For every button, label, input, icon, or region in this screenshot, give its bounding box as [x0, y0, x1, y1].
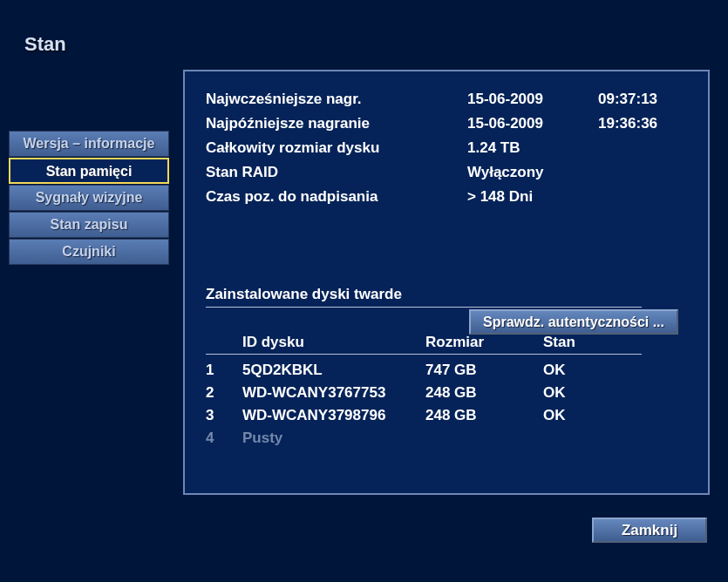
info-row-total-size: Całkowity rozmiar dysku 1.24 TB	[206, 139, 691, 157]
info-label: Najpóźniejsze nagranie	[206, 115, 467, 132]
disk-row: 3 WD-WCANY3798796 248 GB OK	[206, 407, 642, 424]
disk-row: 2 WD-WCANY3767753 248 GB OK	[206, 384, 642, 402]
info-value: Wyłączony	[467, 164, 598, 181]
page-title: Stan	[24, 33, 66, 56]
disk-cell-num: 1	[206, 362, 242, 379]
disk-header-row: ID dysku Rozmiar Stan	[206, 334, 642, 355]
sidebar-item-version[interactable]: Wersja – informacje	[9, 131, 169, 157]
disk-cell-id: WD-WCANY3798796	[242, 407, 425, 424]
info-row-latest: Najpóźniejsze nagranie 15-06-2009 19:36:…	[206, 115, 691, 132]
disk-cell-status: OK	[543, 362, 630, 379]
disk-cell-size: 248 GB	[425, 407, 543, 424]
disk-header-size: Rozmiar	[425, 334, 543, 351]
disk-row: 1 5QD2KBKL 747 GB OK	[206, 362, 642, 379]
info-row-raid: Stan RAID Wyłączony	[206, 164, 691, 181]
authenticity-check-button[interactable]: Sprawdz. autentyczności ...	[469, 309, 678, 335]
info-value: 1.24 TB	[467, 139, 598, 157]
disk-cell-status: OK	[543, 407, 630, 424]
info-value: > 148 Dni	[467, 188, 598, 206]
sidebar-item-memory-status[interactable]: Stan pamięci	[9, 158, 169, 184]
disk-cell-num: 4	[206, 430, 242, 447]
info-time: 19:36:36	[598, 115, 657, 132]
disk-cell-size: 747 GB	[425, 362, 543, 379]
disk-cell-num: 3	[206, 407, 242, 424]
sidebar-item-video-signals[interactable]: Sygnały wizyjne	[9, 185, 169, 211]
content-panel: Najwcześniejsze nagr. 15-06-2009 09:37:1…	[183, 70, 710, 495]
sidebar-item-sensors[interactable]: Czujniki	[9, 239, 169, 265]
info-label: Czas poz. do nadpisania	[206, 188, 467, 206]
disk-section-title: Zainstalowane dyski twarde	[206, 286, 642, 308]
disk-row-empty: 4 Pusty	[206, 430, 642, 447]
disk-cell-num: 2	[206, 384, 242, 402]
info-time: 09:37:13	[598, 91, 657, 108]
info-label: Stan RAID	[206, 164, 467, 181]
disk-cell-id: WD-WCANY3767753	[242, 384, 425, 402]
sidebar-item-recording-status[interactable]: Stan zapisu	[9, 212, 169, 238]
disk-cell-size	[425, 430, 543, 447]
close-button[interactable]: Zamknij	[592, 518, 707, 543]
info-date: 15-06-2009	[467, 91, 598, 108]
disk-header-num	[206, 334, 242, 351]
disk-cell-status	[543, 430, 630, 447]
info-row-overwrite: Czas poz. do nadpisania > 148 Dni	[206, 188, 691, 206]
disk-header-id: ID dysku	[242, 334, 425, 351]
disk-cell-id: Pusty	[242, 430, 425, 447]
disk-cell-size: 248 GB	[425, 384, 543, 402]
disk-table: ID dysku Rozmiar Stan 1 5QD2KBKL 747 GB …	[206, 334, 642, 447]
info-row-earliest: Najwcześniejsze nagr. 15-06-2009 09:37:1…	[206, 91, 691, 108]
info-date: 15-06-2009	[467, 115, 598, 132]
disk-cell-status: OK	[543, 384, 630, 402]
info-label: Całkowity rozmiar dysku	[206, 139, 467, 157]
sidebar: Wersja – informacje Stan pamięci Sygnały…	[9, 131, 169, 266]
disk-header-status: Stan	[543, 334, 630, 351]
info-label: Najwcześniejsze nagr.	[206, 91, 467, 108]
disk-cell-id: 5QD2KBKL	[242, 362, 425, 379]
